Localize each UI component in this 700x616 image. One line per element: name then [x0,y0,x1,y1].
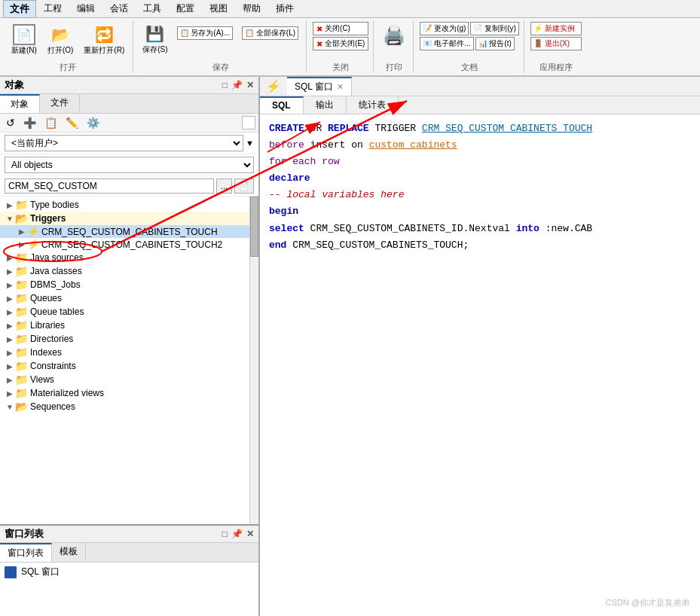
tree-label: Sequences [30,401,75,412]
object-panel-header: 对象 □ 📌 ✕ [0,77,258,94]
user-dropdown[interactable]: <当前用户> [5,135,243,151]
menu-item-help[interactable]: 帮助 [235,1,268,17]
new-button[interactable]: 📄 新建(N) [8,22,41,58]
menu-item-view[interactable]: 视图 [202,1,235,17]
copyto-button[interactable]: 📄 复制到(y) [470,22,518,35]
left-panel: 对象 □ 📌 ✕ 对象 文件 ↺ ➕ 📋 ✏️ ⚙️ [0,77,260,616]
winlist-tab[interactable]: 窗口列表 [0,543,52,562]
object-panel-tabs: 对象 文件 [0,94,258,114]
code-line-7: select CRM_SEQ_CUSTOM_CABINETS_ID.Nextva… [269,221,691,237]
tab-close-icon[interactable]: ✕ [337,82,344,92]
tree-label: Java classes [30,266,82,276]
new-instance-button[interactable]: ⚡ 新建实例 [530,22,582,35]
tree-label: Java sources [30,252,84,263]
winlist-dock-icon[interactable]: □ [222,529,228,539]
menu-item-edit[interactable]: 编辑 [69,1,102,17]
triggers-item[interactable]: ▼ 📂 Triggers [0,212,258,225]
toolbar-group-label-save: 保存 [212,62,229,73]
sub-tab-stats[interactable]: 统计表 [347,96,399,114]
reopen-button[interactable]: 🔁 重新打开(R) [80,22,128,58]
code-editor[interactable]: CREATE OR REPLACE TRIGGER CRM_SEQ_CUSTOM… [260,114,700,616]
menu-item-config[interactable]: 配置 [169,1,202,17]
directories-item[interactable]: ▶ 📁 Directories [0,332,258,346]
sql-window-tab[interactable]: SQL 窗口 ✕ [287,77,352,96]
sequences-item[interactable]: ▼ 📂 Sequences [0,400,258,413]
tab-file[interactable]: 文件 [40,94,80,113]
reopen-label: 重新打开(R) [84,45,124,56]
sub-tab-sql[interactable]: SQL [260,96,304,114]
menu-item-file[interactable]: 文件 [3,0,36,18]
libraries-item[interactable]: ▶ 📁 Libraries [0,319,258,332]
search-icon-button[interactable]: 📄 [234,178,254,194]
tree-label: Views [30,374,54,385]
copy-icon[interactable]: 📋 [41,115,60,130]
object-type-dropdown[interactable]: All objects [5,157,254,173]
report-button[interactable]: 📊 报告(t) [475,37,515,50]
object-type-row: All objects [0,154,258,176]
trigger-item-1[interactable]: ▶ ⚡ CRM_SEQ_CUSTOM_CABINETS_TOUCH [0,225,258,238]
search-more-button[interactable]: ... [216,178,232,194]
email-button[interactable]: 📧 电子邮件... [420,37,473,50]
constraints-item[interactable]: ▶ 📁 Constraints [0,359,258,373]
save-button[interactable]: 💾 保存(S) [139,22,170,56]
add-icon[interactable]: ➕ [20,115,39,130]
queue-tables-item[interactable]: ▶ 📁 Queue tables [0,305,258,319]
user-dropdown-row: <当前用户> ▼ [0,133,258,154]
menu-bar: 文件 工程 编辑 会话 工具 配置 视图 帮助 插件 [0,0,700,18]
edit-icon[interactable]: ✏️ [63,115,81,130]
menu-item-project[interactable]: 工程 [36,1,69,17]
winlist-pin-icon[interactable]: 📌 [231,529,243,539]
java-sources-item[interactable]: ▶ 📁 Java sources [0,251,258,264]
changeto-button[interactable]: 📝 更改为(g) [420,22,469,35]
exit-button[interactable]: 🚪 退出(X) [530,37,582,50]
tree-label: Constraints [30,361,76,371]
menu-item-plugin[interactable]: 插件 [268,1,301,17]
main-layout: 对象 □ 📌 ✕ 对象 文件 ↺ ➕ 📋 ✏️ ⚙️ [0,77,700,616]
queues-item[interactable]: ▶ 📁 Queues [0,291,258,305]
template-tab[interactable]: 模板 [52,543,86,562]
sql-window-label[interactable]: SQL 窗口 [21,566,60,578]
toolbar-group-save: 💾 保存(S) 📋 另存为(A)... 📋 全部保存(L) 保存 [135,20,307,73]
close-button[interactable]: ✖ 关闭(C) [313,22,368,35]
right-panel: ⚡ SQL 窗口 ✕ SQL 输出 统计表 CREATE OR REPLACE … [260,77,700,616]
search-input[interactable] [5,178,214,194]
menu-item-session[interactable]: 会话 [102,1,136,17]
code-line-6: begin [269,203,691,220]
editor-tab-icon: ⚡ [260,77,287,96]
closeall-button[interactable]: ✖ 全部关闭(E) [313,37,368,50]
toolbar-group-label-app: 应用程序 [540,62,573,73]
toolbar-group-doc: 📝 更改为(g) 📄 复制到(y) 📧 电子邮件... 📊 报告(t) 文档 [415,20,524,73]
panel-pin-icon[interactable]: 📌 [231,80,243,90]
code-line-8: end CRM_SEQ_CUSTOM_CABINETS_TOUCH; [269,237,691,254]
menu-item-tools[interactable]: 工具 [136,1,169,17]
refresh-icon[interactable]: ↺ [3,115,18,130]
tab-object[interactable]: 对象 [0,94,40,113]
dbms-jobs-item[interactable]: ▶ 📁 DBMS_Jobs [0,278,258,291]
object-panel-title: 对象 [5,78,24,92]
panel-dock-icon[interactable]: □ [222,80,228,90]
views-item[interactable]: ▶ 📁 Views [0,373,258,386]
materialized-views-item[interactable]: ▶ 📁 Materialized views [0,386,258,400]
open-button[interactable]: 📂 打开(O) [44,22,77,58]
panel-close-icon[interactable]: ✕ [246,80,254,90]
trigger-1-label: CRM_SEQ_CUSTOM_CABINETS_TOUCH [41,227,218,237]
print-button[interactable]: 🖨️ [380,20,408,47]
toolbar-group-app: ⚡ 新建实例 🚪 退出(X) 应用程序 [526,20,586,73]
object-toolbar: ↺ ➕ 📋 ✏️ ⚙️ [0,114,258,133]
sub-tab-output[interactable]: 输出 [304,96,347,114]
saveas-button[interactable]: 📋 另存为(A)... [174,22,236,56]
code-line-4: declare [269,170,691,187]
java-classes-item[interactable]: ▶ 📁 Java classes [0,264,258,278]
collapse-icon: ▼ [5,215,15,223]
saveall-button[interactable]: 📋 全部保存(L) [239,22,301,56]
window-list-panel: 窗口列表 □ 📌 ✕ 窗口列表 模板 SQL 窗口 [0,526,258,616]
object-tree: ▶ 📁 Type bodies ▼ 📂 Triggers ▶ ⚡ [0,197,258,524]
tree-label: DBMS_Jobs [30,279,81,290]
indexes-item[interactable]: ▶ 📁 Indexes [0,346,258,359]
trigger-item-2[interactable]: ▶ ⚡ CRM_SEQ_CUSTOM_CABINETS_TOUCH2 [0,238,258,251]
tree-item[interactable]: ▶ 📁 Type bodies [0,198,258,212]
window-list-tabs: 窗口列表 模板 [0,543,258,563]
window-list-content: SQL 窗口 [0,563,258,581]
settings-icon[interactable]: ⚙️ [84,115,102,130]
winlist-close-icon[interactable]: ✕ [246,529,254,539]
